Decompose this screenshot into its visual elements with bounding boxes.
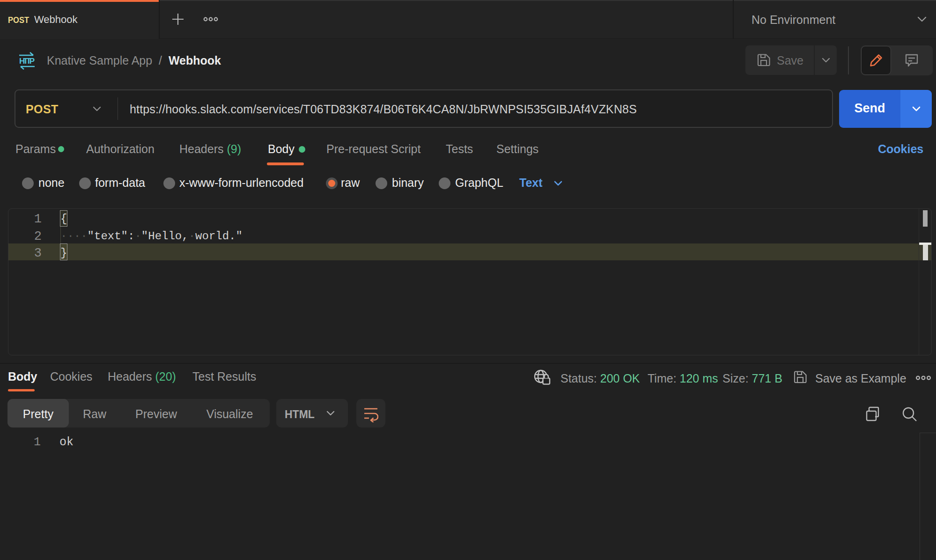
svg-text:HTTP: HTTP	[19, 57, 35, 66]
